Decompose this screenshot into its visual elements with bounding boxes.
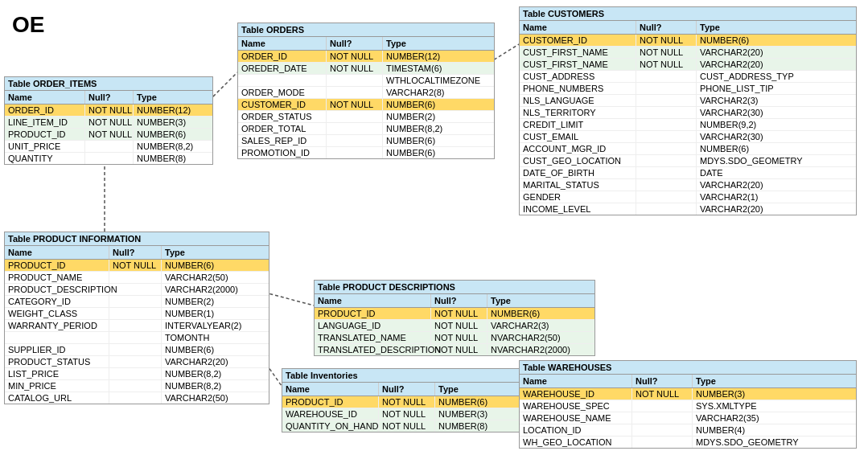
table-row: CUST_ADDRESS CUST_ADDRESS_TYP: [520, 71, 856, 83]
table-row: PRODUCT_ID NOT NULL NUMBER(6): [315, 308, 594, 320]
table-row: CUST_EMAIL VARCHAR2(30): [520, 131, 856, 143]
table-row: CUST_GEO_LOCATION MDYS.SDO_GEOMETRY: [520, 155, 856, 167]
table-customers-header: Name Null? Type: [520, 21, 856, 35]
table-orders-title: Table ORDERS: [238, 23, 494, 37]
table-row: WAREHOUSE_ID NOT NULL NUMBER(3): [282, 408, 530, 420]
col-type: Type: [383, 37, 496, 50]
table-row: OREDER_DATE NOT NULL TIMESTAM(6): [238, 63, 494, 75]
table-row: ACCOUNT_MGR_ID NUMBER(6): [520, 143, 856, 155]
table-row: UNIT_PRICE NUMBER(8,2): [5, 141, 212, 153]
table-row: QUANTITY NUMBER(8): [5, 153, 212, 164]
table-row: PRODUCT_STATUS VARCHAR2(20): [5, 356, 269, 368]
table-row: ORDER_STATUS NUMBER(2): [238, 111, 494, 123]
table-row: LIST_PRICE NUMBER(8,2): [5, 368, 269, 380]
table-row: PRODUCT_DESCRIPTION VARCHAR2(2000): [5, 284, 269, 296]
table-warehouses: Table WAREHOUSES Name Null? Type WAREHOU…: [519, 360, 857, 449]
diagram: OE Table ORDER_ITEMS Name Null? Type ORD…: [0, 0, 868, 455]
table-product-desc: Table PRODUCT DESCRIPTIONS Name Null? Ty…: [314, 280, 595, 356]
col-null: Null?: [109, 246, 162, 259]
table-row: MARITAL_STATUS VARCHAR2(20): [520, 179, 856, 191]
table-row: MIN_PRICE NUMBER(8,2): [5, 380, 269, 392]
table-row: CUSTOMER_ID NOT NULL NUMBER(6): [238, 99, 494, 111]
col-name: Name: [282, 383, 379, 396]
table-row: ORDER_MODE VARCHAR2(8): [238, 87, 494, 99]
table-row: PHONE_NUMBERS PHONE_LIST_TIP: [520, 83, 856, 95]
table-product-desc-title: Table PRODUCT DESCRIPTIONS: [315, 281, 594, 294]
table-row: PROMOTION_ID NUMBER(6): [238, 147, 494, 158]
col-name: Name: [520, 375, 632, 387]
table-inventories: Table Inventories Name Null? Type PRODUC…: [282, 368, 531, 432]
oe-label: OE: [12, 12, 44, 38]
col-type: Type: [162, 246, 270, 259]
table-row: ORDER_ID NOT NULL NUMBER(12): [5, 105, 212, 117]
col-name: Name: [5, 246, 109, 259]
col-name: Name: [5, 91, 85, 104]
table-customers-title: Table CUSTOMERS: [520, 7, 856, 21]
col-type: Type: [487, 294, 596, 307]
table-row: PRODUCT_ID NOT NULL NUMBER(6): [282, 396, 530, 408]
table-row: QUANTITY_ON_HAND NOT NULL NUMBER(8): [282, 420, 530, 432]
table-product-info: Table PRODUCT INFORMATION Name Null? Typ…: [4, 232, 269, 404]
table-inventories-header: Name Null? Type: [282, 383, 530, 396]
table-inventories-title: Table Inventories: [282, 369, 530, 383]
col-null: Null?: [327, 37, 383, 50]
col-name: Name: [520, 21, 636, 34]
table-row: CATEGORY_ID NUMBER(2): [5, 296, 269, 308]
table-row: WH_GEO_LOCATION MDYS.SDO_GEOMETRY: [520, 437, 856, 448]
table-row: TRANSLATED_NAME NOT NULL NVARCHAR2(50): [315, 332, 594, 344]
table-row: PRODUCT_ID NOT NULL NUMBER(6): [5, 129, 212, 141]
table-warehouses-header: Name Null? Type: [520, 375, 856, 388]
table-row: SALES_REP_ID NUMBER(6): [238, 135, 494, 147]
table-orders: Table ORDERS Name Null? Type ORDER_ID NO…: [237, 23, 495, 159]
table-row: NLS_LANGUAGE VARCHAR2(3): [520, 95, 856, 107]
table-row: ORDER_TOTAL NUMBER(8,2): [238, 123, 494, 135]
table-product-info-title: Table PRODUCT INFORMATION: [5, 232, 269, 246]
table-product-info-header: Name Null? Type: [5, 246, 269, 260]
table-row: LINE_ITEM_ID NOT NULL NUMBER(3): [5, 117, 212, 129]
col-name: Name: [315, 294, 431, 307]
table-row: INCOME_LEVEL VARCHAR2(20): [520, 203, 856, 215]
table-row: WTHLOCALTIMEZONE: [238, 75, 494, 87]
table-customers: Table CUSTOMERS Name Null? Type CUSTOMER…: [519, 6, 857, 215]
table-row: ORDER_ID NOT NULL NUMBER(12): [238, 51, 494, 63]
col-null: Null?: [431, 294, 487, 307]
col-null: Null?: [632, 375, 693, 387]
table-row: CUST_FIRST_NAME NOT NULL VARCHAR2(20): [520, 59, 856, 71]
table-row: WAREHOUSE_ID NOT NULL NUMBER(3): [520, 388, 856, 400]
table-row: TRANSLATED_DESCRIPTION NOT NULL NVARCHAR…: [315, 344, 594, 355]
table-order-items-title: Table ORDER_ITEMS: [5, 77, 212, 91]
table-row: WARRANTY_PERIOD INTERVALYEAR(2): [5, 320, 269, 332]
table-row: SUPPLIER_ID NUMBER(6): [5, 344, 269, 356]
col-null: Null?: [379, 383, 435, 396]
table-row: WAREHOUSE_NAME VARCHAR2(35): [520, 412, 856, 424]
table-row: WEIGHT_CLASS NUMBER(1): [5, 308, 269, 320]
col-type: Type: [435, 383, 532, 396]
col-name: Name: [238, 37, 327, 50]
table-row: GENDER VARCHAR2(1): [520, 191, 856, 203]
table-row: DATE_OF_BIRTH DATE: [520, 167, 856, 179]
table-row: TOMONTH: [5, 332, 269, 344]
table-order-items-header: Name Null? Type: [5, 91, 212, 105]
table-row: CUSTOMER_ID NOT NULL NUMBER(6): [520, 35, 856, 47]
col-type: Type: [134, 91, 214, 104]
table-row: PRODUCT_NAME VARCHAR2(50): [5, 272, 269, 284]
table-row: PRODUCT_ID NOT NULL NUMBER(6): [5, 260, 269, 272]
table-row: NLS_TERRITORY VARCHAR2(30): [520, 107, 856, 119]
table-row: LANGUAGE_ID NOT NULL VARCHAR2(3): [315, 320, 594, 332]
table-orders-header: Name Null? Type: [238, 37, 494, 51]
col-null: Null?: [636, 21, 697, 34]
col-null: Null?: [85, 91, 134, 104]
table-row: LOCATION_ID NUMBER(4): [520, 424, 856, 437]
col-type: Type: [697, 21, 858, 34]
table-warehouses-title: Table WAREHOUSES: [520, 361, 856, 375]
table-order-items: Table ORDER_ITEMS Name Null? Type ORDER_…: [4, 76, 213, 165]
col-type: Type: [693, 375, 858, 387]
table-row: CATALOG_URL VARCHAR2(50): [5, 392, 269, 404]
table-row: CUST_FIRST_NAME NOT NULL VARCHAR2(20): [520, 47, 856, 59]
table-row: CREDIT_LIMIT NUMBER(9,2): [520, 119, 856, 131]
table-product-desc-header: Name Null? Type: [315, 294, 594, 308]
table-row: WAREHOUSE_SPEC SYS.XMLTYPE: [520, 400, 856, 412]
